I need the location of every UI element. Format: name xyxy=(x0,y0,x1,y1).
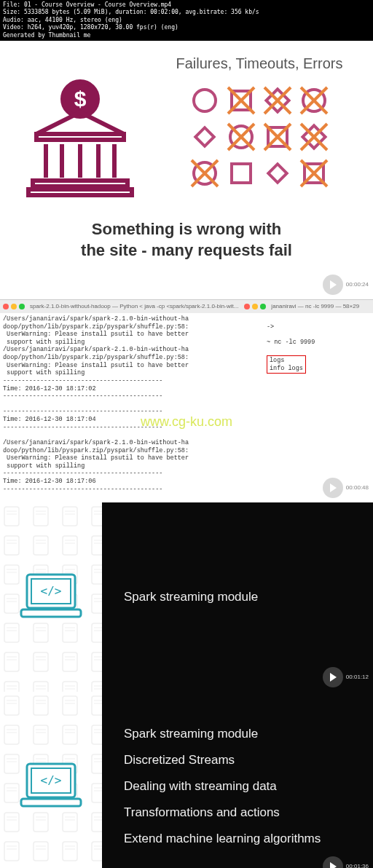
svg-rect-50 xyxy=(21,799,81,806)
svg-rect-2 xyxy=(36,134,124,140)
play-icon xyxy=(323,856,343,868)
play-icon xyxy=(323,275,343,295)
svg-rect-8 xyxy=(33,181,127,186)
meta-size: Size: 5333858 bytes (5.09 MiB), duration… xyxy=(3,9,370,16)
terminal-left-tab: spark-2.1.0-bin-without-hadoop — Python … xyxy=(30,303,238,309)
bullet-item: Discretized Streams xyxy=(124,753,351,768)
meta-audio: Audio: aac, 44100 Hz, stereo (eng) xyxy=(3,17,370,24)
minimize-icon[interactable] xyxy=(11,304,17,309)
slide-spark-1: </> Spark streaming module 00:01:12 xyxy=(0,502,373,692)
laptop-icon: </> xyxy=(18,760,84,813)
maximize-icon[interactable] xyxy=(260,304,266,309)
svg-rect-45 xyxy=(21,609,81,617)
close-icon[interactable] xyxy=(3,304,9,309)
highlighted-log-box: logs info logs xyxy=(267,355,306,374)
slide-sidebar: </> xyxy=(0,502,102,692)
terminal-right-tab: jananiravi — nc -lc 9999 — 58×29 xyxy=(271,303,359,309)
timestamp-text: 00:00:24 xyxy=(346,281,369,288)
terminal-left-titlebar: spark-2.1.0-bin-without-hadoop — Python … xyxy=(0,300,241,313)
play-icon xyxy=(323,667,343,687)
terminal-slide: spark-2.1.0-bin-without-hadoop — Python … xyxy=(0,300,373,502)
maximize-icon[interactable] xyxy=(19,304,25,309)
svg-text:$: $ xyxy=(74,87,87,111)
terminal-right-pane: jananiravi — nc -lc 9999 — 58×29 -> ~ nc… xyxy=(241,300,373,502)
bullet-item: Extend machine learning algorithms xyxy=(124,832,351,846)
timestamp-text: 00:01:12 xyxy=(346,674,369,680)
terminal-right-titlebar: jananiravi — nc -lc 9999 — 58×29 xyxy=(241,300,373,313)
play-timestamp[interactable]: 00:00:24 xyxy=(323,275,369,295)
meta-file: File: 01 - Course Overview - Course Over… xyxy=(3,1,370,9)
play-timestamp[interactable]: 00:01:12 xyxy=(323,667,369,687)
slide-main: Spark streaming module xyxy=(102,502,373,692)
terminal-left-output[interactable]: /Users/jananiravi/spark/spark-2.1.0-bin-… xyxy=(0,313,241,526)
svg-point-10 xyxy=(194,90,216,111)
slide1-title: Failures, Timeouts, Errors xyxy=(160,55,358,72)
svg-rect-33 xyxy=(232,164,251,183)
bullet-item: Spark streaming module xyxy=(124,590,351,604)
meta-gen: Generated by Thumbnail me xyxy=(3,32,370,39)
slide-main: Spark streaming module Discretized Strea… xyxy=(102,692,373,868)
play-timestamp[interactable]: 00:00:48 xyxy=(323,478,369,498)
slide-failures: $ Failures, Timeouts, Errors xyxy=(0,41,373,299)
timestamp-text: 00:01:36 xyxy=(346,863,369,868)
svg-text:</>: </> xyxy=(41,773,62,787)
play-timestamp[interactable]: 00:01:36 xyxy=(323,856,369,868)
close-icon[interactable] xyxy=(244,304,250,309)
meta-video: Video: h264, yuv420p, 1280x720, 30.00 fp… xyxy=(3,24,370,31)
timestamp-text: 00:00:48 xyxy=(346,484,369,491)
svg-text:</>: </> xyxy=(41,584,62,598)
laptop-icon: </> xyxy=(18,570,84,624)
svg-rect-9 xyxy=(28,189,132,195)
svg-rect-20 xyxy=(195,127,213,146)
bullet-item: Spark streaming module xyxy=(124,727,351,741)
slide-spark-2: </> Spark streaming module Discretized S… xyxy=(0,692,373,868)
slide1-caption: Something is wrong with the site - many … xyxy=(15,219,358,261)
play-icon xyxy=(323,478,343,498)
slide-sidebar: </> xyxy=(0,692,102,868)
minimize-icon[interactable] xyxy=(252,304,258,309)
svg-rect-34 xyxy=(268,164,286,182)
file-metadata: File: 01 - Course Overview - Course Over… xyxy=(0,0,373,41)
terminal-left-pane: spark-2.1.0-bin-without-hadoop — Python … xyxy=(0,300,241,502)
bullet-item: Transformations and actions xyxy=(124,805,351,820)
bullet-item: Dealing with streaming data xyxy=(124,779,351,794)
terminal-right-output[interactable]: -> ~ nc -lc 9999 logs info logs xyxy=(241,313,373,385)
shapes-grid xyxy=(160,85,358,189)
bank-icon: $ xyxy=(15,55,146,201)
